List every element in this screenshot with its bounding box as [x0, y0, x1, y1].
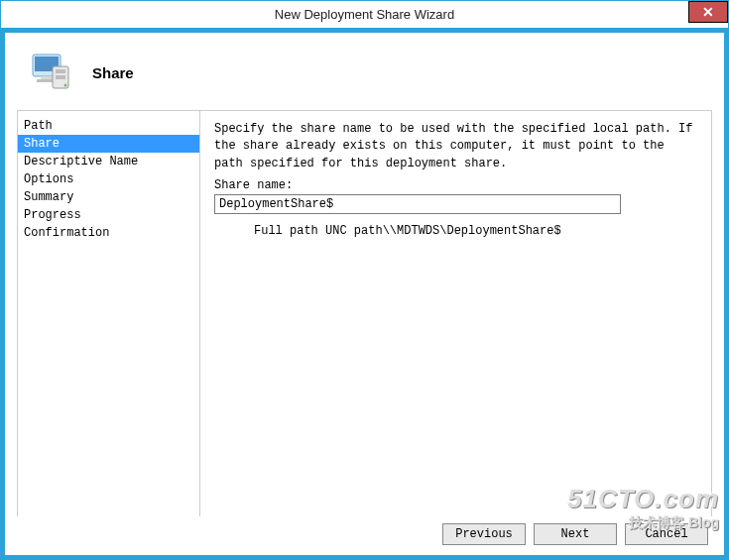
unc-path-label: Full path UNC path	[254, 224, 383, 238]
close-button[interactable]: ✕	[688, 1, 728, 23]
unc-path-value: \\MDTWDS\DeploymentShare$	[383, 224, 561, 238]
page-title: Share	[92, 64, 134, 81]
sidebar-item-descriptive-name[interactable]: Descriptive Name	[18, 153, 199, 170]
sidebar-item-confirmation[interactable]: Confirmation	[18, 224, 199, 242]
share-name-label: Share name:	[214, 178, 697, 192]
window-title: New Deployment Share Wizard	[275, 7, 454, 22]
svg-rect-6	[56, 75, 65, 79]
content-row: Path Share Descriptive Name Options Summ…	[17, 110, 712, 516]
cancel-button[interactable]: Cancel	[625, 523, 708, 545]
svg-rect-2	[41, 76, 53, 79]
sidebar-item-options[interactable]: Options	[18, 170, 199, 188]
window-body: Share Path Share Descriptive Name Option…	[5, 33, 724, 555]
close-icon: ✕	[702, 4, 714, 20]
deployment-share-icon	[27, 49, 74, 96]
previous-button[interactable]: Previous	[442, 523, 526, 545]
instruction-text: Specify the share name to be used with t…	[214, 121, 697, 172]
sidebar-item-share[interactable]: Share	[18, 135, 199, 153]
sidebar-item-summary[interactable]: Summary	[18, 188, 199, 206]
unc-path-row: Full path UNC path\\MDTWDS\DeploymentSha…	[214, 224, 697, 238]
next-button[interactable]: Next	[534, 523, 617, 545]
wizard-button-row: Previous Next Cancel	[17, 516, 712, 547]
window-body-frame: Share Path Share Descriptive Name Option…	[1, 29, 728, 559]
wizard-window: New Deployment Share Wizard ✕	[0, 0, 729, 560]
titlebar: New Deployment Share Wizard ✕	[1, 1, 728, 29]
wizard-header: Share	[17, 43, 712, 110]
main-panel: Specify the share name to be used with t…	[200, 110, 712, 516]
svg-point-7	[64, 84, 67, 87]
share-name-input[interactable]	[214, 194, 621, 214]
sidebar-item-path[interactable]: Path	[18, 117, 199, 135]
wizard-steps-sidebar: Path Share Descriptive Name Options Summ…	[17, 110, 200, 516]
svg-rect-5	[56, 69, 65, 73]
sidebar-item-progress[interactable]: Progress	[18, 206, 199, 224]
